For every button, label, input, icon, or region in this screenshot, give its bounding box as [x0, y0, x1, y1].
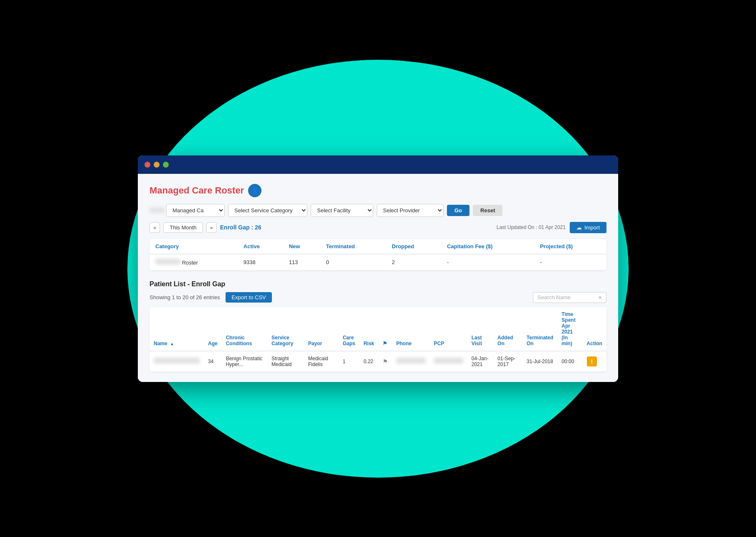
dot-green[interactable] — [163, 162, 169, 168]
dot-red[interactable] — [145, 162, 150, 168]
patient-chronic: Benign Prostatic Hyper... — [222, 351, 267, 372]
category-blurred — [155, 259, 180, 265]
managed-care-wrap: Managed Ca — [150, 204, 225, 217]
import-label: Import — [584, 224, 600, 231]
patient-list-header: Patient List - Enroll Gap — [150, 280, 606, 288]
col-terminated: Terminated — [320, 239, 386, 254]
pcp-blurred — [434, 358, 463, 364]
th-age: Age — [204, 307, 222, 351]
showing-text: Showing 1 to 20 of 26 entries — [150, 294, 220, 300]
patient-age: 34 — [204, 351, 222, 372]
th-service-cat: ServiceCategory — [267, 307, 304, 351]
patient-action: ! — [583, 351, 606, 372]
summary-new: 113 — [283, 254, 320, 270]
th-name: Name ▲ — [150, 307, 204, 351]
th-chronic: Chronic Conditions — [222, 307, 267, 351]
summary-projected: - — [534, 254, 606, 270]
page-title: Managed Care Roster — [150, 185, 244, 196]
flag-icon: ⚑ — [383, 358, 388, 365]
facility-select[interactable]: Select Facility — [311, 204, 373, 217]
summary-row: Roster 9338 113 0 2 - - — [150, 254, 606, 270]
flag-col-icon: ⚑ — [383, 341, 387, 346]
patient-payor: Medicaid Fidelis — [304, 351, 339, 372]
th-care-gaps: CareGaps — [338, 307, 359, 351]
patient-list-section: Patient List - Enroll Gap Showing 1 to 2… — [150, 280, 606, 372]
summary-active: 9338 — [238, 254, 283, 270]
col-projected: Projected ($) — [534, 239, 606, 254]
managed-care-select[interactable]: Managed Ca — [166, 204, 225, 217]
col-new: New — [283, 239, 320, 254]
th-phone: Phone — [392, 307, 430, 351]
th-risk: Risk — [359, 307, 378, 351]
summary-category: Roster — [150, 254, 238, 270]
month-button[interactable]: This Month — [163, 222, 203, 233]
action-button[interactable]: ! — [587, 356, 597, 366]
th-time-spent: TimeSpentApr 2021(In min) — [558, 307, 583, 351]
search-input[interactable] — [538, 294, 596, 300]
th-flag: ⚑ — [378, 307, 392, 351]
name-blurred — [154, 358, 200, 364]
main-content: Managed Care Roster 👤 Managed Ca Select … — [138, 174, 618, 382]
th-terminated-on: TerminatedOn — [523, 307, 558, 351]
import-button[interactable]: ☁ Import — [570, 222, 606, 233]
sort-name-icon[interactable]: ▲ — [170, 341, 174, 346]
reset-button[interactable]: Reset — [473, 205, 502, 216]
patient-pcp — [430, 351, 467, 372]
col-active: Active — [238, 239, 283, 254]
patient-list-title: Patient List - Enroll Gap — [150, 280, 225, 288]
summary-dropped: 2 — [386, 254, 441, 270]
search-box: × — [533, 292, 606, 303]
enroll-gap-label: Enroll Gap : 26 — [220, 224, 261, 231]
patient-last-visit: 04-Jan-2021 — [467, 351, 493, 372]
patient-time-spent: 00:00 — [558, 351, 583, 372]
cloud-icon: ☁ — [576, 224, 582, 231]
titlebar — [138, 155, 618, 174]
th-added-on: AddedOn — [493, 307, 523, 351]
th-pcp: PCP — [430, 307, 467, 351]
patient-row: 34 Benign Prostatic Hyper... Straight Me… — [150, 351, 606, 372]
search-clear-icon[interactable]: × — [599, 294, 602, 301]
patient-phone — [392, 351, 430, 372]
col-capitation: Capitation Fee ($) — [441, 239, 534, 254]
page-header: Managed Care Roster 👤 — [150, 184, 606, 197]
th-action: Action — [583, 307, 606, 351]
patient-service-cat: Straight Medicaid — [267, 351, 304, 372]
user-avatar-icon: 👤 — [248, 184, 261, 197]
dot-yellow[interactable] — [154, 162, 160, 168]
category-label: Roster — [182, 260, 198, 266]
go-button[interactable]: Go — [447, 205, 469, 216]
th-last-visit: Last Visit — [467, 307, 493, 351]
summary-capitation: - — [441, 254, 534, 270]
col-dropped: Dropped — [386, 239, 441, 254]
phone-blurred — [396, 358, 426, 364]
provider-select[interactable]: Select Provider — [377, 204, 444, 217]
nav-right: Last Updated On : 01 Apr 2021 ☁ Import — [497, 222, 606, 233]
next-button[interactable]: » — [206, 222, 217, 233]
nav-left: « This Month » Enroll Gap : 26 — [150, 222, 261, 233]
summary-terminated: 0 — [320, 254, 386, 270]
patient-care-gaps: 1 — [338, 351, 359, 372]
th-payor: Payor — [304, 307, 339, 351]
app-window: Managed Care Roster 👤 Managed Ca Select … — [138, 155, 618, 382]
export-button[interactable]: Export to CSV — [226, 292, 271, 303]
last-updated-text: Last Updated On : 01 Apr 2021 — [497, 224, 566, 230]
nav-row: « This Month » Enroll Gap : 26 Last Upda… — [150, 222, 606, 233]
filters-row: Managed Ca Select Service Category Selec… — [150, 204, 606, 217]
avatar-symbol: 👤 — [251, 187, 259, 194]
col-category: Category — [150, 239, 238, 254]
service-category-select[interactable]: Select Service Category — [228, 204, 307, 217]
summary-table: Category Active New Terminated Dropped C… — [150, 239, 606, 270]
patient-added-on: 01-Sep-2017 — [493, 351, 523, 372]
patient-terminated-on: 31-Jul-2018 — [523, 351, 558, 372]
patient-flag: ⚑ — [378, 351, 392, 372]
patient-name — [150, 351, 204, 372]
prev-button[interactable]: « — [150, 222, 160, 233]
patient-list-meta: Showing 1 to 20 of 26 entries Export to … — [150, 292, 606, 303]
patient-risk: 0.22 — [359, 351, 378, 372]
managed-care-blurred — [150, 208, 165, 213]
patient-table: Name ▲ Age Chronic Conditions ServiceCat… — [150, 307, 606, 372]
